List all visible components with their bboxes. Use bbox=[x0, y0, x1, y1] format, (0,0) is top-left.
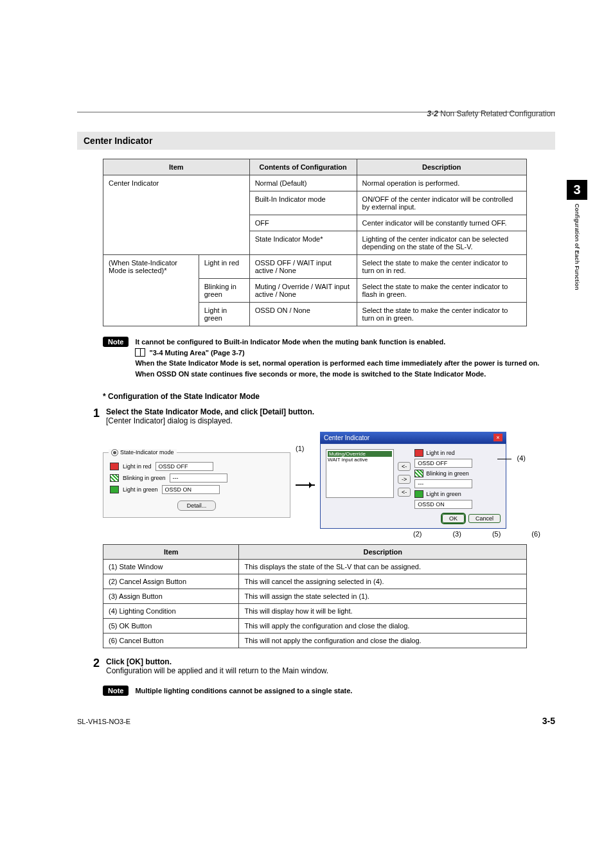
th-item: Item bbox=[103, 545, 239, 560]
row-label: Light in red bbox=[123, 463, 152, 470]
cell-conf: OFF bbox=[249, 215, 357, 231]
callout-1: (1) bbox=[296, 445, 304, 452]
row-value-field[interactable]: OSSD ON bbox=[162, 485, 220, 494]
table-row: (5) OK ButtonThis will apply the configu… bbox=[103, 619, 527, 633]
cell-conf: OSSD ON / None bbox=[249, 303, 357, 326]
th-desc: Description bbox=[239, 545, 527, 560]
color-swatch-red bbox=[414, 449, 423, 457]
assign-button[interactable]: -> bbox=[398, 475, 411, 484]
step-number: 1 bbox=[93, 407, 100, 419]
cell-conf: OSSD OFF / WAIT input active / None bbox=[249, 255, 357, 279]
cond-label: Blinking in green bbox=[426, 470, 469, 477]
step-desc: Configuration will be applied and it wil… bbox=[106, 666, 328, 675]
cond-label: Light in red bbox=[426, 450, 455, 456]
cell-sub: Blinking in green bbox=[199, 279, 249, 303]
callout-6: (6) bbox=[531, 530, 540, 538]
row-label: Blinking in green bbox=[123, 475, 166, 481]
mode-label: State-Indicator mode bbox=[120, 449, 174, 456]
cell: This will apply the configuration and cl… bbox=[239, 619, 527, 633]
note-tag: Note bbox=[103, 686, 129, 696]
cell-conf: Muting / Override / WAIT input active / … bbox=[249, 279, 357, 303]
state-window-list[interactable]: Muting/Override WAIT input active bbox=[326, 449, 394, 498]
cell-desc: Lighting of the center indicator can be … bbox=[357, 231, 526, 255]
table-row: (When State-Indicator Mode is selected)*… bbox=[103, 255, 527, 279]
cancel-assign-button[interactable]: <- bbox=[398, 462, 411, 471]
cell: This will display how it will be light. bbox=[239, 604, 527, 619]
row-value-field[interactable]: --- bbox=[170, 474, 227, 483]
color-swatch-green bbox=[110, 486, 119, 493]
cell: (4) Lighting Condition bbox=[103, 604, 239, 619]
table-row: (3) Assign ButtonThis will assign the st… bbox=[103, 589, 527, 604]
row-value-field[interactable]: OSSD OFF bbox=[155, 462, 213, 471]
note-text: It cannot be configured to Built-in Indi… bbox=[135, 337, 555, 379]
list-item[interactable]: Muting/Override bbox=[328, 451, 392, 457]
step-desc: [Center Indicator] dialog is displayed. bbox=[106, 416, 314, 425]
center-indicator-dialog: Center Indicator × Muting/Override WAIT … bbox=[320, 432, 506, 538]
list-item[interactable]: WAIT input active bbox=[328, 457, 392, 463]
cell-desc: Select the state to make the center indi… bbox=[357, 303, 526, 326]
ok-button[interactable]: OK bbox=[442, 514, 465, 523]
note-tag: Note bbox=[103, 337, 129, 347]
cell-item: (When State-Indicator Mode is selected)* bbox=[103, 255, 199, 326]
callout-3: (3) bbox=[452, 530, 461, 538]
chapter-tab: 3 Configuration of Each Function bbox=[567, 180, 587, 290]
th-item: Item bbox=[103, 159, 250, 175]
cell: (3) Assign Button bbox=[103, 589, 239, 604]
callout-2: (2) bbox=[413, 530, 422, 538]
step-title: Click [OK] button. bbox=[106, 657, 328, 666]
note-line1: It cannot be configured to Built-in Indi… bbox=[135, 337, 555, 348]
step-title: Select the State Indicator Mode, and cli… bbox=[106, 407, 314, 416]
doc-id: SL-VH1S-NO3-E bbox=[77, 718, 130, 725]
cond-value[interactable]: OSSD OFF bbox=[414, 459, 472, 468]
table-row: (2) Cancel Assign ButtonThis will cancel… bbox=[103, 574, 527, 589]
cell: (6) Cancel Button bbox=[103, 633, 239, 648]
chapter-number: 3 bbox=[567, 180, 587, 200]
cell: This will not apply the configuration an… bbox=[239, 633, 527, 648]
table-row: (4) Lighting ConditionThis will display … bbox=[103, 604, 527, 619]
color-swatch-green bbox=[414, 490, 423, 498]
item-desc-table: Item Description (1) State WindowThis di… bbox=[103, 544, 527, 648]
note-line2: When the State Indicator Mode is set, no… bbox=[135, 358, 555, 379]
cell-sub: Light in green bbox=[199, 303, 249, 326]
cancel-assign-button-2[interactable]: <- bbox=[398, 488, 411, 497]
cell-desc: Select the state to make the center indi… bbox=[357, 279, 526, 303]
th-contents: Contents of Configuration bbox=[249, 159, 357, 175]
cancel-button[interactable]: Cancel bbox=[468, 514, 501, 523]
leader-line bbox=[497, 459, 511, 459]
color-swatch-green-blink bbox=[110, 474, 119, 482]
cell-desc: Center indicator will be constantly turn… bbox=[357, 215, 526, 231]
table-row: Center Indicator Normal (Default) Normal… bbox=[103, 175, 527, 191]
lighting-condition-panel: Light in red OSSD OFF Blinking in green … bbox=[414, 449, 472, 509]
detail-button[interactable]: Detail... bbox=[177, 500, 217, 511]
table-row: (1) State WindowThis displays the state … bbox=[103, 560, 527, 574]
book-icon bbox=[135, 348, 145, 357]
chapter-label: Configuration of Each Function bbox=[574, 204, 580, 290]
config-table: Item Contents of Configuration Descripti… bbox=[103, 159, 527, 326]
cell-conf: Normal (Default) bbox=[249, 175, 357, 191]
page-number: 3-5 bbox=[542, 716, 555, 726]
cell-desc: Select the state to make the center indi… bbox=[357, 255, 526, 279]
state-indicator-panel: State-Indicator mode Light in red OSSD O… bbox=[103, 452, 290, 518]
callout-5: (5) bbox=[492, 530, 501, 538]
note-text: Multiple lighting conditions cannot be a… bbox=[135, 686, 352, 696]
table-row: (6) Cancel ButtonThis will not apply the… bbox=[103, 633, 527, 648]
note-ref: "3-4 Muting Area" (Page 3-7) bbox=[149, 348, 244, 359]
cond-value[interactable]: --- bbox=[414, 479, 472, 488]
dialog-title: Center Indicator bbox=[324, 434, 369, 441]
cell: This will cancel the assigning selected … bbox=[239, 574, 527, 589]
step-number: 2 bbox=[93, 657, 100, 669]
cell: This will assign the state selected in (… bbox=[239, 589, 527, 604]
cell-sub: Light in red bbox=[199, 255, 249, 279]
cell: (2) Cancel Assign Button bbox=[103, 574, 239, 589]
cell-desc: ON/OFF of the center indicator will be c… bbox=[357, 191, 526, 215]
subheading: * Configuration of the State Indicator M… bbox=[103, 392, 555, 401]
cond-value[interactable]: OSSD ON bbox=[414, 500, 472, 509]
cond-label: Light in green bbox=[426, 491, 461, 497]
cell: This displays the state of the SL-V that… bbox=[239, 560, 527, 574]
close-icon[interactable]: × bbox=[493, 434, 502, 441]
th-description: Description bbox=[357, 159, 526, 175]
color-swatch-green-blink bbox=[414, 470, 423, 477]
header-title: Non Safety Related Configuration bbox=[438, 109, 555, 118]
cell-conf: Built-In Indicator mode bbox=[249, 191, 357, 215]
radio-icon[interactable] bbox=[111, 449, 118, 456]
